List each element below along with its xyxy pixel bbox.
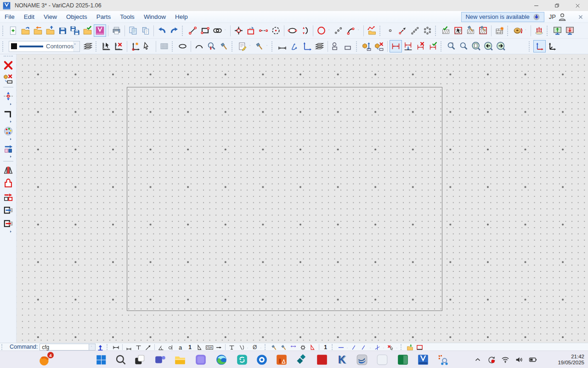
save-as-button[interactable] bbox=[44, 24, 57, 37]
line-2-caret[interactable] bbox=[369, 344, 373, 350]
slot-dropdown-caret[interactable] bbox=[224, 24, 228, 37]
save-button[interactable] bbox=[57, 24, 69, 37]
measure-position-button[interactable] bbox=[301, 40, 313, 52]
line-style-caret-small[interactable] bbox=[346, 344, 350, 350]
radius-button[interactable] bbox=[315, 24, 328, 37]
close-button[interactable] bbox=[567, 0, 588, 11]
draw-slot-button[interactable] bbox=[211, 24, 224, 37]
measure-distance-button[interactable] bbox=[276, 40, 288, 52]
draw-ellipse-button[interactable] bbox=[286, 24, 299, 37]
object-info-button[interactable] bbox=[330, 40, 342, 52]
drawn-rectangle[interactable] bbox=[127, 87, 442, 311]
measure-layer-button[interactable] bbox=[313, 40, 326, 52]
surface-3d-button[interactable] bbox=[533, 24, 545, 37]
user-account[interactable]: JP bbox=[549, 12, 567, 22]
paste-button[interactable] bbox=[139, 24, 152, 37]
command-input[interactable]: cfg bbox=[40, 344, 89, 351]
toolbar-handle[interactable] bbox=[182, 26, 185, 36]
edit-hammer-button[interactable] bbox=[218, 40, 230, 52]
screen-store-button[interactable] bbox=[551, 24, 564, 37]
toolbar-handle[interactable] bbox=[529, 41, 532, 52]
construction-circle-button[interactable] bbox=[270, 24, 282, 37]
notification-app-button[interactable]: 4 bbox=[39, 353, 52, 367]
toolbar-handle[interactable] bbox=[1, 344, 5, 350]
curve-button[interactable] bbox=[193, 40, 205, 52]
frame-text-button[interactable]: O|A bbox=[204, 344, 214, 351]
toolbar-handle[interactable] bbox=[435, 26, 438, 36]
menu-file[interactable]: File bbox=[0, 12, 19, 22]
drawing-frame-button[interactable] bbox=[415, 344, 424, 351]
target-app-button[interactable] bbox=[255, 353, 269, 367]
axis-caret[interactable] bbox=[382, 344, 386, 350]
zoom-previous-button[interactable] bbox=[482, 40, 495, 52]
surface-mark-button[interactable] bbox=[166, 344, 175, 351]
file-explorer-button[interactable] bbox=[173, 353, 187, 367]
transform-button[interactable] bbox=[2, 190, 15, 203]
toolbar-handle[interactable] bbox=[356, 41, 359, 52]
solid-swap-button[interactable] bbox=[361, 40, 373, 52]
menu-edit[interactable]: Edit bbox=[19, 12, 39, 22]
ruler-delete-button[interactable] bbox=[113, 40, 125, 52]
toolbar-handle[interactable] bbox=[172, 41, 175, 52]
dim-horizontal-button[interactable] bbox=[111, 344, 121, 351]
view-2d-button[interactable] bbox=[533, 40, 546, 52]
point-chain-button[interactable] bbox=[409, 24, 421, 37]
e-app-button[interactable] bbox=[375, 353, 389, 367]
draw-arc-button[interactable] bbox=[345, 24, 357, 37]
dimension-current-button[interactable] bbox=[390, 40, 402, 52]
new-document-button[interactable] bbox=[7, 24, 19, 37]
clock[interactable]: 21:42 19/05/2025 bbox=[558, 353, 584, 367]
cursor-coords-button[interactable] bbox=[141, 40, 154, 52]
point-button[interactable] bbox=[384, 24, 396, 37]
corner-flyout-caret[interactable] bbox=[2, 120, 15, 124]
mirror-button[interactable] bbox=[2, 164, 15, 176]
volume-icon[interactable] bbox=[514, 353, 525, 367]
task-view-button[interactable] bbox=[133, 353, 147, 367]
dismiss-icon[interactable] bbox=[571, 14, 583, 20]
snipping-tool-button[interactable] bbox=[436, 353, 450, 367]
start-button[interactable] bbox=[94, 353, 108, 367]
ih-app-button[interactable] bbox=[194, 353, 208, 367]
open-previous-button[interactable] bbox=[32, 24, 44, 37]
dimension-check-button[interactable] bbox=[427, 40, 439, 52]
sheet-dropdown-caret[interactable] bbox=[249, 40, 253, 52]
layers-button[interactable] bbox=[82, 40, 94, 52]
diameter-button[interactable]: Ø bbox=[250, 344, 260, 351]
move-copy-button[interactable] bbox=[2, 142, 15, 155]
trim-button[interactable] bbox=[2, 90, 15, 102]
command-history-caret[interactable] bbox=[89, 344, 96, 351]
draw-rectangle-button[interactable] bbox=[199, 24, 211, 37]
tray-chevron-icon[interactable] bbox=[472, 353, 483, 367]
screen-record-icon[interactable] bbox=[486, 353, 497, 367]
arrow-button[interactable] bbox=[214, 344, 224, 351]
toolbar-handle[interactable] bbox=[107, 344, 110, 350]
slash-paren-button[interactable] bbox=[237, 344, 246, 351]
rectangle-info-button[interactable] bbox=[342, 40, 355, 52]
ellipse-small-button[interactable] bbox=[176, 40, 189, 52]
toolbar-handle[interactable] bbox=[2, 41, 6, 52]
print-button[interactable] bbox=[110, 24, 123, 37]
line-1-button[interactable] bbox=[350, 344, 359, 351]
select-triangle-button[interactable] bbox=[195, 344, 204, 351]
diamond-app-button[interactable] bbox=[295, 353, 309, 367]
k-app-button[interactable]: K bbox=[335, 353, 349, 367]
hatch-create-button[interactable] bbox=[440, 24, 452, 37]
varicad-taskbar-button[interactable] bbox=[416, 353, 430, 367]
dim-leader-button[interactable] bbox=[143, 344, 153, 351]
toolbar-handle[interactable] bbox=[4, 56, 13, 57]
menu-view[interactable]: View bbox=[39, 12, 62, 22]
maximize-button[interactable] bbox=[547, 0, 567, 11]
delete-attribute-button[interactable] bbox=[386, 344, 396, 351]
idea-app-button[interactable] bbox=[275, 353, 288, 367]
excel-button[interactable] bbox=[396, 353, 410, 367]
toolbar-handle[interactable] bbox=[332, 344, 335, 350]
delete-caret[interactable] bbox=[396, 344, 399, 350]
screen-restore-button[interactable] bbox=[564, 24, 576, 37]
point-vector-button[interactable] bbox=[396, 24, 409, 37]
zoom-reduce-button[interactable] bbox=[205, 40, 218, 52]
edit-dim-button[interactable] bbox=[269, 344, 279, 351]
solid-delete-button[interactable] bbox=[373, 40, 385, 52]
toolbar-handle[interactable] bbox=[232, 41, 235, 52]
new-version-button[interactable]: New version is available bbox=[461, 12, 544, 22]
tolerance-button[interactable] bbox=[227, 344, 237, 351]
